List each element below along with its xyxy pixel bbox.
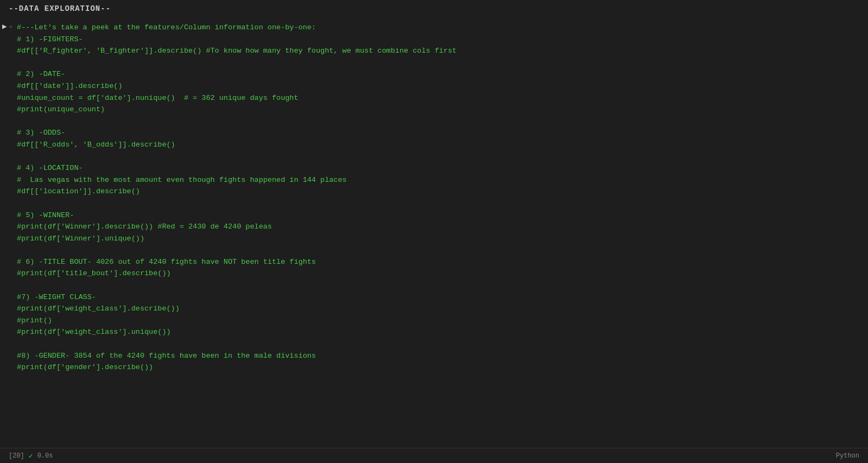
cell-wrapper: ▶ ⌄ #---Let's take a peek at the feature… [0, 17, 868, 448]
code-line-23 [17, 281, 21, 289]
cell-code-content[interactable]: #---Let's take a peek at the features/Co… [12, 17, 868, 448]
check-icon: ✓ [29, 452, 33, 460]
chevron-down-icon[interactable]: ⌄ [9, 22, 12, 29]
code-line-18: #print(df['Winner'].describe()) #Red = 2… [17, 223, 272, 231]
code-line-13: # 4) -LOCATION- [17, 164, 83, 172]
code-line-22: #print(df['title_bout'].describe()) [17, 269, 171, 277]
cell-status-left: [20] ✓ 0.0s [9, 452, 53, 460]
run-time-label: 0.0s [37, 452, 53, 460]
code-line-14: # Las vegas with the most amount even th… [17, 176, 347, 184]
code-line-12 [17, 153, 21, 161]
play-icon[interactable]: ▶ [2, 22, 7, 31]
language-label: Python [836, 452, 859, 460]
code-line-9 [17, 117, 21, 125]
notebook-title: --DATA EXPLORATION-- [0, 0, 868, 17]
code-line-16 [17, 199, 21, 207]
code-line-4 [17, 59, 21, 67]
code-line-8: #print(unique_count) [17, 105, 105, 113]
code-line-30: #print(df['gender'].describe()) [17, 363, 153, 371]
code-line-19: #print(df['Winner'].unique()) [17, 234, 144, 243]
code-line-29: #8) -GENDER- 3854 of the 4240 fights hav… [17, 352, 316, 360]
code-line-28 [17, 340, 21, 348]
cell-number-label: [20] [9, 452, 24, 460]
cell-run-area[interactable]: ▶ ⌄ [0, 17, 12, 448]
notebook-container: --DATA EXPLORATION-- ▶ ⌄ #---Let's take … [0, 0, 868, 463]
code-line-7: #unique_count = df['date'].nunique() # =… [17, 94, 298, 102]
code-line-10: # 3) -ODDS- [17, 129, 65, 137]
code-line-15: #df[['location']].describe() [17, 187, 140, 195]
code-line-26: #print() [17, 316, 52, 325]
code-line-2: # 1) -FIGHTERS- [17, 35, 83, 43]
code-line-5: # 2) -DATE- [17, 70, 65, 78]
code-line-17: # 5) -WINNER- [17, 211, 74, 219]
code-line-20 [17, 246, 21, 254]
code-line-11: #df[['R_odds', 'B_odds']].describe() [17, 141, 175, 149]
status-bar: [20] ✓ 0.0s Python [0, 448, 868, 463]
code-line-21: # 6) -TITLE BOUT- 4026 out of 4240 fight… [17, 258, 316, 266]
code-line-25: #print(df['weight_class'].describe()) [17, 305, 180, 313]
code-line-3: #df[['R_fighter', 'B_fighter']].describe… [17, 47, 457, 55]
code-line-6: #df[['date']].describe() [17, 82, 122, 90]
code-line-1: #---Let's take a peek at the features/Co… [17, 23, 316, 31]
code-line-24: #7) -WEIGHT CLASS- [17, 293, 96, 301]
code-line-27: #print(df['weight_class'].unique()) [17, 328, 171, 336]
